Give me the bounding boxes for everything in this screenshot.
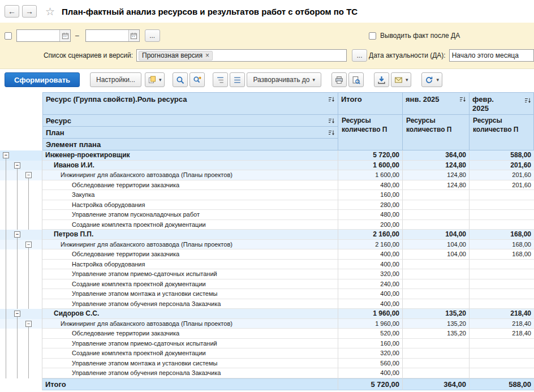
- period-from-input[interactable]: [16, 29, 71, 42]
- row-label-cell: Управление этапом обучения персонала Зак…: [42, 368, 338, 378]
- row-label: Управление этапом приемо-сдаточных испыт…: [72, 270, 217, 277]
- scenario-more-button[interactable]: ...: [352, 49, 367, 62]
- table-row[interactable]: − Сидоров С.С. 1 960,00 135,20 218,40: [0, 309, 534, 319]
- table-row[interactable]: Управление этапом приемо-сдаточных испыт…: [0, 269, 534, 279]
- table-row[interactable]: Управление этапом обучения персонала Зак…: [0, 368, 534, 378]
- row-total-value: 1 600,00: [338, 161, 403, 171]
- table-row[interactable]: Создание комплекта проектной документаци…: [0, 279, 534, 290]
- sub-header-plan-element[interactable]: Элемент плана: [43, 139, 338, 150]
- table-row[interactable]: Настройка оборудования 280,00: [0, 200, 534, 210]
- sort-icon[interactable]: [328, 130, 335, 136]
- save-export-button[interactable]: [374, 72, 389, 87]
- tree-collapse-box[interactable]: −: [25, 172, 32, 178]
- column-header-jan-2025[interactable]: янв. 2025: [403, 92, 470, 115]
- tree-gutter: [0, 180, 42, 191]
- refresh-button[interactable]: ▾: [421, 72, 442, 87]
- table-row[interactable]: Обследование территории заказчика 480,00…: [0, 180, 534, 191]
- search-button[interactable]: [173, 72, 188, 87]
- table-row[interactable]: − Инжиниринг для абаканского автозавода …: [0, 170, 534, 180]
- row-label: Обследование территории заказчика: [72, 251, 179, 257]
- tree-collapse-box[interactable]: −: [25, 242, 32, 248]
- sub-header-column: Ресурс План Элемент плана: [42, 115, 338, 150]
- tree-collapse-box[interactable]: −: [14, 162, 20, 169]
- table-row[interactable]: Создание комплекта проектной документаци…: [0, 348, 534, 359]
- table-row[interactable]: Управление этапом монтажа и установки си…: [0, 289, 534, 299]
- column-header-feb-2025[interactable]: февр. 2025: [470, 92, 534, 115]
- table-header-row-2: Ресурс План Элемент плана Ресурсы количе…: [0, 115, 534, 150]
- table-row[interactable]: Управление этапом приемо-сдаточных испыт…: [0, 339, 534, 349]
- row-label: Создание комплекта проектной документаци…: [72, 350, 206, 356]
- period-to-input[interactable]: [85, 29, 140, 42]
- table-header-row-1: Ресурс (Группа свойств).Роль ресурса Ито…: [0, 92, 534, 115]
- measure-header-total[interactable]: Ресурсы количество П: [338, 115, 403, 150]
- row-total-value: 560,00: [338, 359, 403, 369]
- tag-remove-icon[interactable]: ×: [205, 51, 209, 59]
- row-label-cell: Инжиниринг для абаканского автозавода (П…: [42, 170, 338, 180]
- tree-collapse-box[interactable]: −: [14, 231, 20, 238]
- table-row[interactable]: Обследование территории заказчика 400,00…: [0, 249, 534, 260]
- row-label: Закупка: [72, 191, 94, 198]
- row-label-cell: Закупка: [42, 190, 338, 200]
- measure-header-feb[interactable]: Ресурсы количество П: [470, 115, 534, 150]
- back-button[interactable]: ←: [5, 5, 19, 18]
- report-variants-button[interactable]: ▾: [145, 72, 165, 87]
- filter-panel: – ... Выводить факт после ДА Список сцен…: [0, 23, 534, 69]
- column-header-resource-role[interactable]: Ресурс (Группа свойств).Роль ресурса: [42, 92, 338, 115]
- table-row[interactable]: Управление этапом пусконаладочных работ …: [0, 210, 534, 220]
- measure-header-jan[interactable]: Ресурсы количество П: [403, 115, 470, 150]
- period-more-button[interactable]: ...: [145, 29, 160, 42]
- row-jan-value: [403, 289, 470, 299]
- sub-header-resource[interactable]: Ресурс: [43, 115, 338, 127]
- generate-button[interactable]: Сформировать: [5, 72, 80, 87]
- table-row[interactable]: Создание комплекта проектной документаци…: [0, 220, 534, 230]
- expand-levels-button[interactable]: [230, 72, 245, 87]
- tree-gutter: [0, 269, 42, 279]
- table-row[interactable]: Закупка 160,00: [0, 190, 534, 200]
- print-preview-button[interactable]: [348, 72, 364, 87]
- collapse-levels-button[interactable]: [213, 72, 228, 87]
- row-label-cell: Управление этапом приемо-сдаточных испыт…: [42, 339, 338, 349]
- row-feb-value: 168,00: [470, 249, 534, 260]
- table-row[interactable]: Настройка оборудования 400,00: [0, 260, 534, 270]
- favorite-star-icon[interactable]: ☆: [45, 5, 55, 18]
- sub-header-label: Элемент плана: [46, 140, 101, 149]
- sub-header-plan[interactable]: План: [43, 127, 338, 139]
- send-email-button[interactable]: ▾: [391, 72, 412, 87]
- table-row[interactable]: Управление этапом монтажа и установки си…: [0, 359, 534, 369]
- table-row[interactable]: − Иванов И.И. 1 600,00 124,80 201,60: [0, 161, 534, 171]
- sort-icon[interactable]: [328, 96, 335, 103]
- tree-collapse-box[interactable]: −: [14, 311, 20, 317]
- table-row[interactable]: Управление этапом обучения персонала Зак…: [0, 299, 534, 309]
- scenario-input[interactable]: Прогнозная версия ×: [136, 49, 347, 62]
- show-fact-checkbox[interactable]: [369, 32, 376, 40]
- table-row[interactable]: − Инжиниринг для абаканского автозавода …: [0, 319, 534, 329]
- calendar-button[interactable]: [128, 30, 139, 41]
- table-footer-row[interactable]: Итого 5 720,00 364,00 588,00: [0, 378, 534, 390]
- actuality-label: Дата актуальности (ДА):: [369, 51, 446, 59]
- calendar-button[interactable]: [59, 30, 70, 41]
- tree-collapse-box[interactable]: −: [25, 321, 32, 327]
- forward-button[interactable]: →: [22, 5, 37, 18]
- row-total-value: 5 720,00: [338, 150, 403, 161]
- print-button[interactable]: [331, 72, 347, 87]
- period-enable-checkbox[interactable]: [5, 32, 12, 40]
- sort-icon[interactable]: [524, 97, 531, 104]
- table-row[interactable]: − Инжиниринг для абаканского автозавода …: [0, 240, 534, 250]
- row-label-cell: Настройка оборудования: [42, 260, 338, 270]
- sort-icon[interactable]: [328, 118, 335, 124]
- expand-to-button[interactable]: Разворачивать до ▾: [247, 72, 321, 87]
- show-fact-label: Выводить факт после ДА: [380, 32, 460, 40]
- actuality-select[interactable]: Начало этого месяца: [449, 49, 534, 62]
- settings-button[interactable]: Настройки...: [90, 72, 141, 87]
- row-label-cell: Обследование территории заказчика: [42, 180, 338, 191]
- tree-collapse-box[interactable]: −: [3, 152, 9, 158]
- row-total-value: 280,00: [338, 200, 403, 210]
- sort-icon[interactable]: [459, 96, 466, 103]
- row-feb-value: [470, 289, 534, 299]
- table-row[interactable]: − Петров П.П. 2 160,00 104,00 168,00: [0, 230, 534, 240]
- search-next-button[interactable]: [190, 72, 205, 87]
- scenario-tag[interactable]: Прогнозная версия ×: [139, 51, 213, 61]
- table-row[interactable]: Обследование территории заказчика 520,00…: [0, 329, 534, 339]
- table-row[interactable]: − Инженер-проектировщик 5 720,00 364,00 …: [0, 150, 534, 161]
- column-header-total[interactable]: Итого: [338, 92, 403, 115]
